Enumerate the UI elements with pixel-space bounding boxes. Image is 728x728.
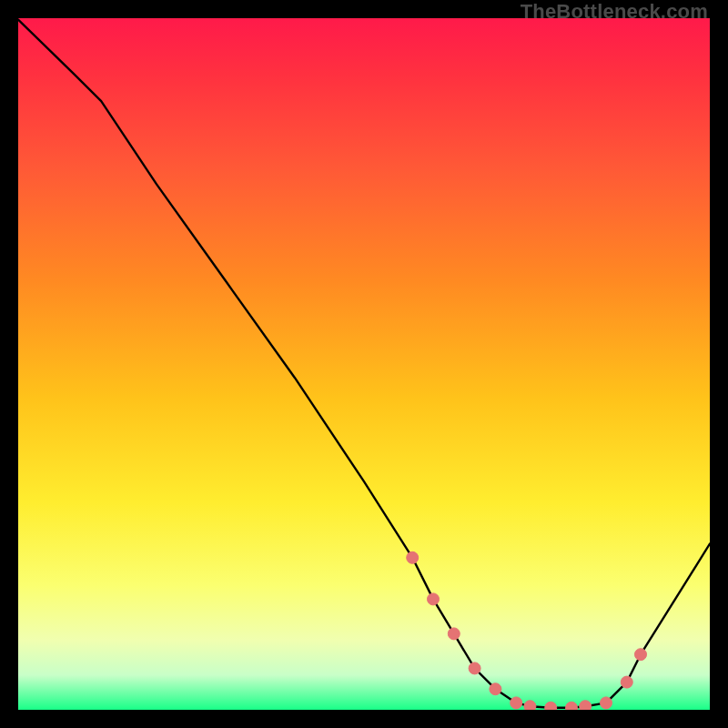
marker-point (448, 628, 460, 640)
marker-point (407, 551, 419, 563)
marker-point (545, 702, 557, 710)
marker-point (511, 697, 522, 709)
curve-line (18, 20, 710, 708)
marker-point (490, 683, 501, 695)
chart-stage: TheBottleneck.com (0, 0, 728, 728)
marker-point (566, 702, 578, 710)
marker-point (601, 697, 612, 709)
marker-point (469, 662, 480, 674)
marker-point (524, 701, 536, 710)
curve-markers (407, 551, 647, 710)
marker-point (580, 701, 592, 710)
marker-point (621, 676, 632, 688)
marker-point (635, 649, 647, 661)
plot-area (18, 18, 710, 710)
marker-point (428, 593, 440, 605)
chart-svg (18, 18, 710, 710)
